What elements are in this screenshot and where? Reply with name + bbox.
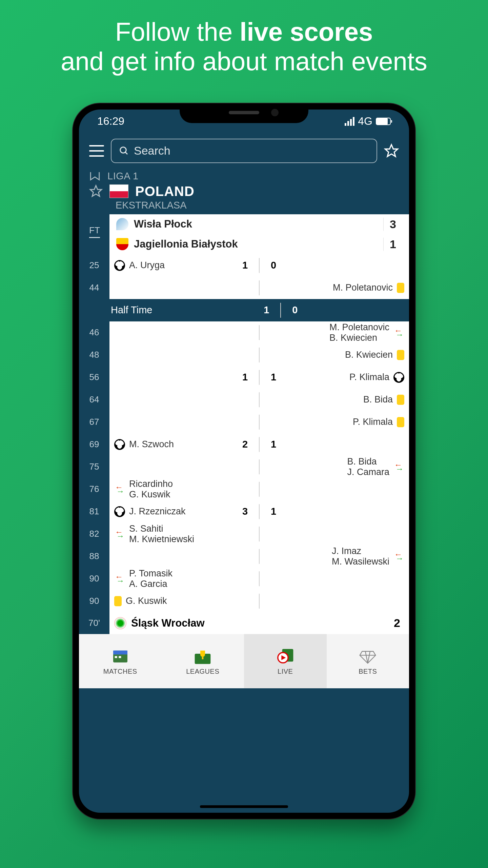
events-list: 25 A. Uryga10 44 M. Poletanovic Half Tim…: [79, 254, 409, 612]
nav-leagues[interactable]: LEAGUES: [162, 634, 244, 688]
event-row[interactable]: 90 G. Kuswik: [79, 590, 409, 612]
event-minute: 81: [79, 500, 109, 523]
event-row[interactable]: 67 P. Klimala: [79, 411, 409, 433]
yellow-card-icon: [114, 596, 122, 606]
nav-label: LIVE: [278, 668, 293, 675]
search-input[interactable]: Search: [111, 139, 377, 163]
event-row[interactable]: 56 11P. Klimala: [79, 366, 409, 389]
event-minute: 76: [79, 478, 109, 500]
goal-icon: [114, 506, 125, 517]
event-minute: 88: [79, 545, 109, 568]
team-crest-icon: [116, 218, 128, 230]
home-team-name: Wisła Płock: [134, 218, 192, 230]
event-row[interactable]: 69 M. Szwoch21: [79, 433, 409, 456]
favorites-button[interactable]: [384, 143, 399, 158]
next-match-minute: 70': [79, 612, 109, 634]
prev-league-row[interactable]: LIGA 1: [79, 169, 409, 184]
svg-line-1: [125, 152, 127, 154]
event-minute: 56: [79, 366, 109, 389]
event-row[interactable]: 64 B. Bida: [79, 389, 409, 411]
svg-rect-9: [202, 657, 204, 659]
goal-icon: [393, 372, 404, 383]
nav-live[interactable]: LIVE: [244, 634, 327, 688]
trophy-icon: [193, 647, 212, 666]
live-icon: [276, 647, 295, 666]
nav-matches[interactable]: MATCHES: [79, 634, 162, 688]
event-minute: 69: [79, 433, 109, 456]
goal-icon: [114, 439, 125, 450]
event-row[interactable]: 90 P. TomasikA. Garcia: [79, 568, 409, 590]
away-team-score: 1: [383, 238, 402, 251]
svg-rect-5: [113, 651, 127, 655]
signal-icon: [345, 117, 354, 126]
nav-label: BETS: [359, 668, 377, 675]
event-minute: 25: [79, 254, 109, 277]
phone-frame: 16:29 4G Search LIGA 1 POLAND E: [73, 103, 415, 819]
diamond-icon: [358, 647, 377, 666]
next-match-row[interactable]: 70' Śląsk Wrocław 2: [79, 612, 409, 634]
next-match-score: 2: [385, 616, 409, 630]
away-team-name: Jagiellonia Białystok: [134, 238, 238, 250]
bottom-nav: MATCHES LEAGUES LIVE BETS: [79, 634, 409, 688]
star-icon[interactable]: [89, 184, 103, 198]
match-header[interactable]: Wisła Płock 3 Jagiellonia Białystok 1: [79, 214, 409, 254]
network-label: 4G: [358, 115, 372, 127]
nav-label: MATCHES: [103, 668, 137, 675]
event-row[interactable]: 25 A. Uryga10: [79, 254, 409, 277]
nav-bets[interactable]: BETS: [327, 634, 409, 688]
event-minute: 75: [79, 456, 109, 478]
next-match-team: Śląsk Wrocław: [131, 612, 205, 634]
event-minute: 46: [79, 321, 109, 344]
team-crest-icon: [114, 617, 126, 629]
nav-label: LEAGUES: [186, 668, 219, 675]
menu-button[interactable]: [89, 145, 104, 157]
event-row[interactable]: 88 J. ImazM. Wasilewski: [79, 545, 409, 568]
substitution-icon: [114, 573, 125, 584]
svg-rect-6: [115, 656, 117, 658]
substitution-icon: [393, 551, 404, 562]
country-name: POLAND: [135, 184, 195, 199]
event-row[interactable]: 46 M. PoletanovicB. Kwiecien: [79, 321, 409, 344]
search-icon: [119, 146, 129, 156]
search-placeholder: Search: [134, 144, 170, 157]
event-minute: 44: [79, 277, 109, 299]
svg-point-0: [120, 147, 126, 153]
home-team-score: 3: [383, 218, 402, 231]
event-minute: 67: [79, 411, 109, 433]
event-row[interactable]: 82 S. SahitiM. Kwietniewski: [79, 523, 409, 545]
event-minute: 90: [79, 568, 109, 590]
substitution-icon: [393, 327, 404, 338]
event-row[interactable]: 44 M. Poletanovic: [79, 277, 409, 299]
league-name: EKSTRAKLASA: [79, 199, 409, 214]
event-minute: 48: [79, 344, 109, 366]
flag-icon: [109, 184, 128, 198]
yellow-card-icon: [397, 283, 404, 293]
home-indicator[interactable]: [200, 805, 288, 808]
prev-league-label: LIGA 1: [107, 171, 139, 182]
calendar-icon: [111, 647, 130, 666]
battery-icon: [376, 118, 391, 125]
goal-icon: [114, 260, 125, 271]
event-row[interactable]: 76 RicardinhoG. Kuswik: [79, 478, 409, 500]
event-row[interactable]: 81 J. Rzezniczak31: [79, 500, 409, 523]
yellow-card-icon: [397, 395, 404, 405]
hero-headline: Follow the live scores and get info abou…: [47, 17, 441, 76]
status-time: 16:29: [97, 115, 124, 127]
event-row[interactable]: 48 B. Kwiecien: [79, 344, 409, 366]
event-minute: 90: [79, 590, 109, 612]
yellow-card-icon: [397, 417, 404, 427]
substitution-icon: [114, 484, 125, 495]
yellow-card-icon: [397, 350, 404, 360]
substitution-icon: [393, 461, 404, 472]
svg-marker-3: [90, 186, 101, 197]
event-minute: 64: [79, 389, 109, 411]
event-row[interactable]: 75 B. BidaJ. Camara: [79, 456, 409, 478]
fulltime-label: FT: [89, 225, 100, 238]
team-crest-icon: [116, 238, 128, 250]
halftime-row: Half Time 10: [79, 299, 409, 321]
svg-rect-7: [119, 656, 121, 658]
svg-marker-2: [385, 144, 398, 156]
country-row[interactable]: POLAND: [79, 184, 409, 199]
substitution-icon: [114, 529, 125, 539]
bookmark-icon: [89, 171, 101, 181]
